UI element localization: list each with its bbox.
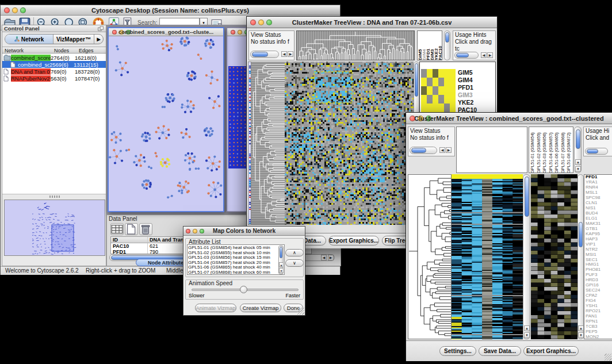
gene-label[interactable]: NTR2 <box>586 247 612 252</box>
scroll-right-icon[interactable]: ▶ <box>288 51 293 57</box>
gene-label[interactable]: YRA1 <box>586 180 612 185</box>
treeview1-titlebar[interactable]: ClusterMaker TreeView : DNA and Tran 07-… <box>247 17 497 28</box>
usage-hints-scrollbar[interactable] <box>585 148 608 155</box>
main-heatmap[interactable] <box>285 62 414 225</box>
scroll-up-icon[interactable]: ▲ <box>575 159 581 165</box>
matrix-cell[interactable] <box>444 78 450 86</box>
scroll-right-icon[interactable]: ▶ <box>446 147 452 153</box>
gene-label[interactable]: ELG1 <box>586 216 612 221</box>
attribute-list-item[interactable]: GPL51-02 (GSM855) heat shock 10 min <box>188 251 278 256</box>
gene-label[interactable]: PFD1 <box>458 84 477 91</box>
row-dendrogram[interactable] <box>408 174 452 339</box>
save-data-button[interactable]: Save Data... <box>479 346 521 356</box>
column-label[interactable]: GIM5 <box>418 32 422 60</box>
matrix-cell[interactable] <box>427 69 433 78</box>
tab-overflow-arrow[interactable]: ▶ <box>94 35 103 44</box>
column-label[interactable]: GIM4 <box>422 32 426 60</box>
matrix-cell[interactable] <box>421 104 427 112</box>
matrix-cell[interactable] <box>421 78 427 86</box>
network-list-row[interactable]: combined_scores_2764(0)16218(0) <box>2 54 106 61</box>
gene-label[interactable]: PEP5 <box>586 329 612 335</box>
gene-list-vscrollbar[interactable]: ▲ ▼ <box>577 174 584 339</box>
gene-label[interactable]: MON2 <box>586 335 612 339</box>
attribute-list-item[interactable]: GPL51-04 (GSM857) heat shock 20 min <box>188 260 278 266</box>
scroll-right-icon[interactable]: ▶ <box>328 255 334 260</box>
column-label[interactable]: GPL51-07 (GSM868) <box>560 128 567 173</box>
matrix-cell[interactable] <box>433 104 438 112</box>
gene-label[interactable]: PAN1 <box>586 314 612 319</box>
gene-label[interactable]: NIS1 <box>586 206 612 211</box>
zoom-heatmap[interactable] <box>531 174 577 339</box>
matrix-cell[interactable] <box>427 104 433 112</box>
settings-button[interactable]: Settings... <box>439 346 476 356</box>
attribute-list-item[interactable]: GPL51-06 (GSM865) heat shock 40 min <box>188 265 278 270</box>
matrix-cell[interactable] <box>444 104 450 112</box>
close-icon[interactable] <box>231 30 235 35</box>
main-heatmap[interactable] <box>452 174 523 339</box>
matrix-cell[interactable] <box>438 78 444 86</box>
scroll-down-icon[interactable]: ▼ <box>575 166 581 172</box>
gene-label[interactable]: RPO21 <box>586 309 612 314</box>
column-label[interactable]: GIM3 <box>430 32 434 60</box>
scroll-right-icon[interactable]: ▶ <box>487 52 493 58</box>
column-label[interactable]: GPL51-03 (GSM856) <box>542 128 548 173</box>
matrix-cell[interactable] <box>421 86 427 95</box>
treeview2-titlebar[interactable]: ClusterMaker TreeView : combined_scores_… <box>406 113 612 124</box>
matrix-cell[interactable] <box>438 95 444 104</box>
panel-divider-handle[interactable] <box>49 196 60 198</box>
network2-canvas[interactable] <box>227 36 247 211</box>
matrix-cell[interactable] <box>433 95 438 104</box>
gene-label[interactable]: MSI1 <box>586 252 612 258</box>
column-dendrogram-area[interactable] <box>456 127 527 173</box>
mini-vscrollbar[interactable] <box>444 30 450 60</box>
scroll-left-icon[interactable]: ◀ <box>321 255 327 260</box>
attribute-list[interactable]: GPL51-01 (GSM854) heat shock 05 minGPL51… <box>187 244 285 275</box>
attribute-list-item[interactable]: GPL51-03 (GSM856) heat shock 15 min <box>188 255 278 260</box>
column-label[interactable]: PFD1 <box>426 32 430 60</box>
gene-label[interactable]: SPC98 <box>586 196 612 201</box>
network2-titlebar[interactable] <box>227 28 246 36</box>
network1-canvas[interactable] <box>109 36 223 211</box>
gene-label[interactable]: HMG1 <box>586 262 612 267</box>
speed-slider-thumb[interactable] <box>240 286 247 293</box>
gene-label[interactable]: FIG4 <box>586 298 612 304</box>
float-panel-icon[interactable] <box>98 26 104 32</box>
gene-label[interactable]: CLN1 <box>586 201 612 206</box>
matrix-cell[interactable] <box>438 86 444 95</box>
matrix-cell[interactable] <box>444 86 450 95</box>
scroll-down-icon[interactable]: ▼ <box>279 268 284 273</box>
scroll-left-icon[interactable]: ◀ <box>481 52 487 58</box>
column-dendrogram[interactable] <box>296 30 415 60</box>
new-attribute-icon[interactable] <box>125 223 138 235</box>
view-status-scrollbar[interactable] <box>250 51 279 58</box>
matrix-cell[interactable] <box>433 86 438 95</box>
scroll-up-icon[interactable]: ▲ <box>279 262 284 267</box>
gene-label[interactable]: TCB3 <box>586 324 612 329</box>
column-label[interactable]: GPL51-06 (GSM865) <box>554 128 560 173</box>
gene-label[interactable]: MSL1 <box>586 190 612 196</box>
matrix-cell[interactable] <box>450 86 456 95</box>
column-label[interactable]: GPL51-08 (GSM872) <box>566 128 572 173</box>
matrix-cell[interactable] <box>438 104 444 112</box>
matrix-cell[interactable] <box>427 95 433 104</box>
column-label[interactable]: YKE2 <box>434 32 438 60</box>
gene-label[interactable]: RNR4 <box>586 185 612 190</box>
matrix-cell[interactable] <box>421 69 427 78</box>
gene-label[interactable]: HAP3 <box>586 237 612 242</box>
scroll-thumb[interactable] <box>576 129 580 149</box>
main-titlebar[interactable]: Cytoscape Desktop (Session Name: collins… <box>1 5 340 16</box>
network-list-row[interactable]: DNA and Tran 07769(0)183728(0) <box>2 68 106 75</box>
gene-label[interactable]: GTB1 <box>586 227 612 232</box>
matrix-cell[interactable] <box>438 69 444 78</box>
delete-attribute-icon[interactable] <box>139 223 152 235</box>
gene-label[interactable]: YKE2 <box>458 99 477 106</box>
network1-titlebar[interactable]: combined_scores_good.txt--cluste... <box>109 28 223 36</box>
network-overview-thumbnail[interactable] <box>4 200 105 256</box>
gene-label[interactable]: GPI16 <box>586 283 612 288</box>
table-icon[interactable] <box>110 223 124 235</box>
scroll-left-icon[interactable]: ◀ <box>439 147 445 153</box>
gene-label[interactable]: PFD1 <box>586 175 612 180</box>
scroll-thumb[interactable] <box>411 148 426 153</box>
gene-label[interactable]: SEC24 <box>586 288 612 293</box>
gene-label[interactable]: BUD4 <box>586 211 612 216</box>
